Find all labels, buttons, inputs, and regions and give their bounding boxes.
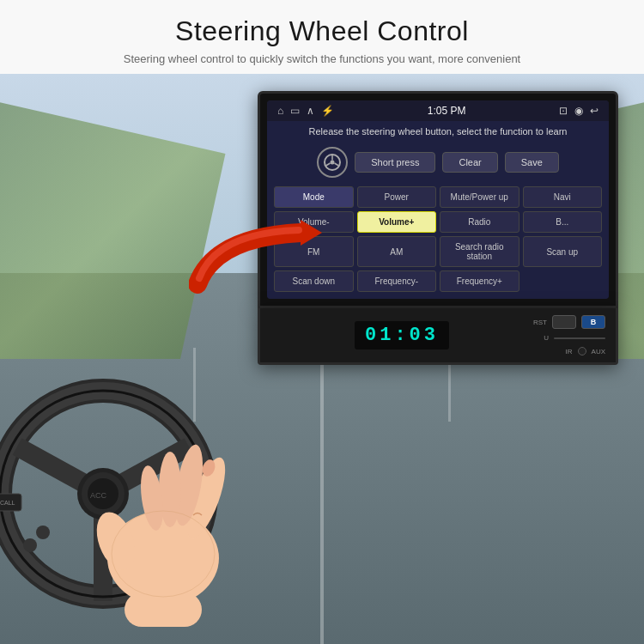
func-search-radio-button[interactable]: Search radio station: [440, 236, 519, 267]
short-press-button[interactable]: Short press: [355, 152, 435, 173]
location-icon[interactable]: ◉: [574, 105, 583, 117]
instruction-label: Release the steering wheel button, selec…: [309, 126, 568, 137]
func-navi-button[interactable]: Navi: [523, 186, 603, 208]
aux-label: AUX: [592, 348, 605, 355]
hand-svg: [69, 421, 258, 627]
save-button[interactable]: Save: [505, 152, 559, 173]
svg-point-14: [36, 526, 50, 539]
back-icon[interactable]: ↩: [590, 105, 598, 117]
func-radio-button[interactable]: Radio: [440, 211, 519, 233]
svg-line-4: [335, 163, 339, 166]
arrow-container: [189, 220, 309, 289]
display-time: 01:03: [355, 321, 449, 349]
func-volume-plus-button[interactable]: Volume+: [357, 211, 437, 233]
svg-point-15: [23, 538, 37, 552]
clear-button[interactable]: Clear: [442, 152, 497, 173]
control-row: Short press Clear Save: [267, 142, 609, 183]
svg-marker-29: [301, 220, 322, 246]
status-icons-left: ⌂ ▭ ∧ ⚡: [277, 105, 334, 117]
status-bar: ⌂ ▭ ∧ ⚡ 1:05 PM ⊡ ◉ ↩: [267, 100, 609, 121]
ir-row: IR AUX: [566, 347, 605, 355]
device-controls-right: RST B U IR AUX: [533, 315, 605, 355]
page-title: Steering Wheel Control: [34, 15, 610, 47]
func-mode-button[interactable]: Mode: [274, 186, 354, 208]
device-body: 01:03 RST B U IR AUX: [258, 308, 618, 365]
page-subtitle: Steering wheel control to quickly switch…: [34, 52, 610, 65]
up-icon[interactable]: ∧: [307, 105, 314, 117]
svg-text:CALL: CALL: [0, 500, 15, 506]
cast-icon[interactable]: ⊡: [559, 105, 568, 117]
func-am-button[interactable]: AM: [357, 236, 437, 267]
usb-slot: [554, 337, 605, 339]
home-icon[interactable]: ⌂: [277, 105, 283, 117]
u-label: U: [544, 334, 549, 342]
screen-icon[interactable]: ▭: [290, 105, 300, 117]
hand-container: [69, 421, 258, 627]
status-icons-right: ⊡ ◉ ↩: [559, 105, 598, 117]
ir-port: [578, 347, 586, 355]
rst-label: RST: [533, 319, 547, 326]
rst-button[interactable]: [552, 315, 576, 329]
func-scan-up-button[interactable]: Scan up: [523, 236, 603, 267]
func-mute-button[interactable]: Mute/Power up: [440, 186, 519, 208]
status-time: 1:05 PM: [428, 105, 466, 117]
svg-line-3: [326, 163, 331, 166]
header-section: Steering Wheel Control Steering wheel co…: [0, 0, 644, 74]
arrow-svg: [189, 220, 326, 297]
u-row: U: [544, 334, 605, 342]
display-area: 01:03: [270, 321, 533, 349]
svg-point-1: [331, 161, 335, 165]
ir-label: IR: [566, 348, 573, 355]
func-freq-plus-button[interactable]: Frequency+: [440, 270, 519, 292]
instruction-text: Release the steering wheel button, selec…: [267, 121, 609, 142]
rst-row: RST B: [533, 315, 605, 329]
func-b-button[interactable]: B...: [523, 211, 603, 233]
page-wrapper: Steering Wheel Control Steering wheel co…: [0, 0, 644, 644]
svg-rect-25: [125, 592, 202, 627]
b-button[interactable]: B: [581, 315, 605, 329]
func-power-button[interactable]: Power: [357, 186, 437, 208]
usb-icon[interactable]: ⚡: [321, 105, 334, 117]
scene-container: ⌂ ▭ ∧ ⚡ 1:05 PM ⊡ ◉ ↩: [0, 74, 644, 644]
func-freq-minus-button[interactable]: Frequency-: [357, 270, 437, 292]
steering-wheel-icon: [317, 147, 348, 178]
